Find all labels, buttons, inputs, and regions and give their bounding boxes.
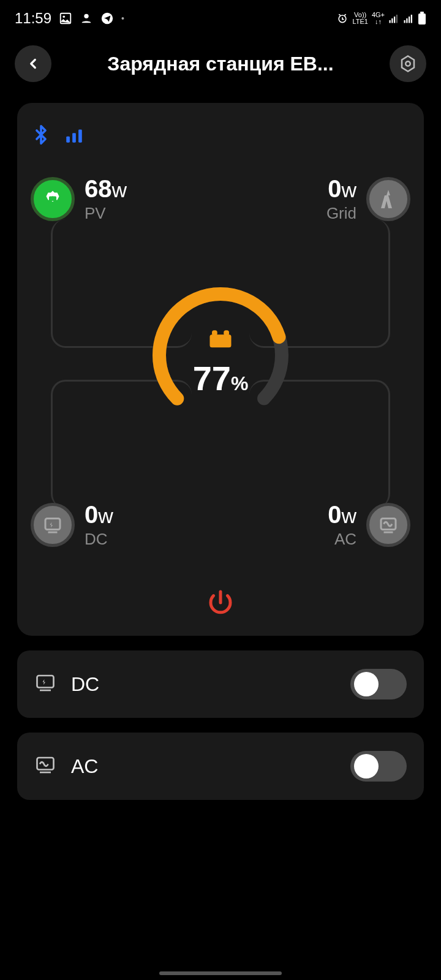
hex-gear-icon [399,55,417,73]
pv-watt: 68 [85,175,112,202]
svg-point-16 [405,61,410,66]
svg-point-2 [84,14,88,18]
dc-label: DC [85,530,113,549]
ac-toggle-row: AC [17,733,424,800]
status-dot: • [121,13,124,23]
status-lte: LTE1 [352,18,368,25]
bluetooth-icon [31,121,51,151]
app-header: Зарядная станция EB... [0,37,441,91]
svg-rect-19 [78,130,82,143]
svg-rect-17 [66,137,70,143]
svg-marker-15 [402,56,414,72]
node-pv[interactable]: 68w PV [31,175,127,223]
svg-rect-6 [391,18,393,23]
svg-rect-13 [418,13,426,24]
page-title: Зарядная станция EB... [61,53,380,75]
telegram-icon [100,12,114,25]
svg-rect-10 [406,18,407,23]
svg-rect-9 [404,20,405,23]
signal-icon-1 [388,13,399,24]
node-grid[interactable]: 0w Grid [326,175,410,223]
battery-center-icon: +− [193,330,249,352]
dc-toggle-row: DC [17,650,424,718]
svg-rect-11 [409,17,410,23]
grid-watt: 0 [328,175,341,202]
svg-text:−: − [223,335,228,345]
svg-rect-30 [213,331,216,334]
ac-toggle[interactable] [350,751,407,782]
svg-rect-8 [396,15,398,23]
svg-rect-31 [225,331,228,334]
settings-button[interactable] [390,45,426,82]
svg-rect-29 [210,334,232,347]
svg-rect-23 [45,519,60,530]
back-button[interactable] [15,45,51,82]
svg-point-1 [62,15,65,18]
power-icon [206,588,235,617]
dc-output-icon [42,514,64,536]
chevron-left-icon [25,56,41,72]
power-button[interactable] [206,588,235,620]
grid-label: Grid [326,204,356,223]
pv-unit: w [112,178,127,202]
ac-watt: 0 [328,501,341,528]
dc-watt: 0 [85,501,98,528]
battery-icon [418,12,426,25]
dc-row-icon [34,672,56,696]
pv-label: PV [85,204,127,223]
grid-tower-icon [377,188,399,210]
svg-rect-12 [411,15,412,23]
percent-symbol: % [231,372,248,394]
svg-text:+: + [215,336,220,346]
svg-rect-18 [72,133,76,143]
node-dc[interactable]: 0w DC [31,501,113,549]
solar-panel-icon [42,188,64,210]
signal-strength-icon [64,124,85,148]
dc-toggle[interactable] [350,669,407,699]
svg-rect-5 [390,20,391,23]
grid-unit: w [341,178,356,202]
status-bar: 11:59 • Vo)) LTE1 4G+ ↓↑ [0,0,441,37]
svg-rect-14 [420,12,424,13]
svg-rect-34 [37,676,54,688]
battery-percent: 77 [193,359,231,398]
dc-toggle-label: DC [71,673,336,696]
ac-unit: w [341,504,356,527]
ac-toggle-label: AC [71,755,336,778]
ac-label: AC [334,530,356,549]
battery-gauge[interactable]: +− 77% [147,282,294,429]
dc-unit: w [98,504,113,527]
status-arrows: ↓↑ [375,18,382,25]
signal-icon-2 [403,13,414,24]
ac-row-icon [34,754,56,778]
svg-rect-7 [394,17,395,23]
image-icon [59,12,72,25]
people-icon [80,12,93,25]
status-time: 11:59 [15,10,51,27]
ac-output-icon [377,514,399,536]
node-ac[interactable]: 0w AC [328,501,410,549]
nav-indicator [159,971,282,975]
power-flow-card: 68w PV 0w Grid 0w DC [17,103,424,636]
power-flow-diagram: 68w PV 0w Grid 0w DC [17,175,424,567]
alarm-icon [336,12,349,24]
